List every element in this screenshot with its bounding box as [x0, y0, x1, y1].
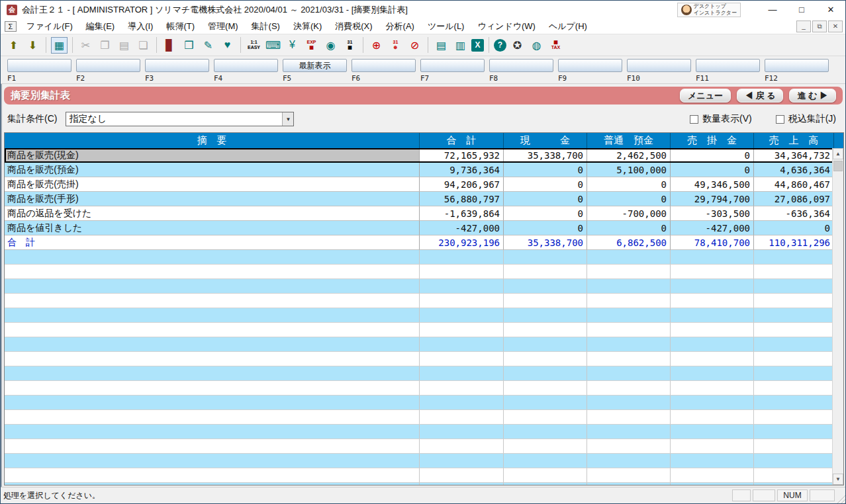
- calendar-31-icon[interactable]: 31 ▦: [342, 37, 358, 54]
- function-key-button-f5[interactable]: 最新表示: [283, 59, 347, 72]
- menu-button[interactable]: メニュー: [680, 89, 731, 103]
- function-key-button-f7[interactable]: [420, 59, 485, 72]
- tax-calculator-icon[interactable]: ▦ TAX: [547, 37, 564, 54]
- menu-item[interactable]: 帳簿(T): [160, 19, 201, 34]
- menu-item[interactable]: 導入(I): [121, 19, 160, 34]
- instructor-label: デスクトップ インストラクター: [694, 3, 737, 15]
- table-row[interactable]: 商品を販売(預金)9,736,36405,100,00004,636,364: [5, 163, 843, 177]
- yen-entry-icon[interactable]: ¥: [284, 37, 301, 54]
- instructor-help-icon[interactable]: ✪: [509, 37, 526, 54]
- empty-row: [5, 337, 843, 352]
- help-icon[interactable]: ?: [494, 39, 506, 52]
- cell-value: 35,338,700: [504, 148, 587, 163]
- column-header[interactable]: 摘 要: [5, 133, 420, 148]
- delete-slip-icon[interactable]: ⊘: [406, 37, 423, 54]
- function-key-slot: F2: [76, 59, 145, 83]
- function-key-button-f11[interactable]: [696, 59, 760, 72]
- maximize-button[interactable]: □: [787, 1, 816, 19]
- menu-item[interactable]: ツール(L): [421, 19, 471, 34]
- copy-icon[interactable]: ❐: [97, 37, 113, 54]
- empty-cell: [587, 454, 671, 468]
- function-key-button-f10[interactable]: [627, 59, 691, 72]
- vertical-scrollbar[interactable]: ▲ ▼: [832, 148, 843, 485]
- ledger-book-icon[interactable]: ▊: [162, 37, 178, 54]
- save-data-icon[interactable]: ⬇: [24, 37, 41, 54]
- favorite-icon[interactable]: ♥: [219, 37, 236, 54]
- function-key-button-f2[interactable]: [76, 59, 140, 72]
- menu-item[interactable]: 決算(K): [287, 19, 328, 34]
- tax-included-checkbox[interactable]: 税込集計(J): [776, 113, 836, 125]
- table-row[interactable]: 商品を値引きした-427,00000-427,0000: [5, 221, 843, 235]
- quantity-display-checkbox[interactable]: 数量表示(V): [690, 113, 752, 125]
- chevron-down-icon[interactable]: ▼: [282, 112, 293, 126]
- empty-row: [5, 366, 843, 381]
- minimize-button[interactable]: —: [758, 1, 787, 19]
- web-link-icon[interactable]: ◍: [528, 37, 545, 54]
- empty-cell: [5, 366, 420, 381]
- menu-item[interactable]: 編集(E): [79, 19, 121, 34]
- forward-button[interactable]: 進 む ▶: [789, 89, 836, 103]
- function-key-button-f6[interactable]: [352, 59, 416, 72]
- table-row[interactable]: 商品を販売(手形)56,880,7970029,794,70027,086,09…: [5, 192, 843, 206]
- mdi-minimize-button[interactable]: _: [796, 21, 811, 32]
- function-key-slot: F12: [765, 59, 833, 83]
- menu-item[interactable]: 集計(S): [245, 19, 287, 34]
- mdi-restore-button[interactable]: ⧉: [812, 21, 827, 32]
- table-row[interactable]: 合 計230,923,19635,338,7006,862,50078,410,…: [5, 235, 843, 250]
- table-row[interactable]: 商品を販売(現金)72,165,93235,338,7002,462,50003…: [5, 148, 843, 163]
- function-key-button-f4[interactable]: [214, 59, 278, 72]
- scroll-down-icon[interactable]: ▼: [833, 474, 843, 485]
- scrollbar-thumb[interactable]: [833, 161, 843, 171]
- function-key-label: F3: [145, 74, 214, 83]
- open-data-icon[interactable]: ⬆: [5, 37, 22, 54]
- empty-cell: [420, 352, 504, 366]
- function-key-button-f12[interactable]: [765, 59, 829, 72]
- back-button[interactable]: ◀ 戻 る: [737, 89, 784, 103]
- menu-item[interactable]: 分析(A): [379, 19, 421, 34]
- app-icon: 会: [7, 5, 17, 15]
- empty-row: [5, 294, 843, 308]
- menu-item[interactable]: 管理(M): [201, 19, 245, 34]
- journal-book-icon[interactable]: ❒: [181, 37, 197, 54]
- close-button[interactable]: ✕: [816, 1, 845, 19]
- empty-cell: [587, 308, 671, 323]
- menu-item[interactable]: ウィンドウ(W): [471, 19, 541, 34]
- paste-icon[interactable]: ❏: [135, 37, 152, 54]
- easy-entry-icon[interactable]: 1:1 EASY: [246, 37, 262, 54]
- menu-item[interactable]: 消費税(X): [328, 19, 379, 34]
- exp-table-icon[interactable]: EXP ▦: [303, 37, 320, 54]
- proxy-entry-icon[interactable]: ◉: [322, 37, 339, 54]
- cut-icon[interactable]: ✂: [77, 37, 94, 54]
- add-slip-icon[interactable]: ⊕: [368, 37, 385, 54]
- keyboard-entry-icon[interactable]: ⌨: [265, 37, 281, 54]
- row-label: 商品を販売(売掛): [5, 177, 420, 192]
- slip-entry-icon[interactable]: ✎: [200, 37, 216, 54]
- table-row[interactable]: 商品の返品を受けた-1,639,8640-700,000-303,500-636…: [5, 206, 843, 221]
- toolbar-separator: [72, 37, 73, 53]
- add-calendar-icon[interactable]: 31 ⊕: [387, 37, 404, 54]
- excel-export-icon[interactable]: X: [471, 39, 484, 52]
- function-key-button-f9[interactable]: [558, 59, 622, 72]
- empty-cell: [587, 279, 671, 294]
- mdi-document-icon[interactable]: Σ: [5, 21, 17, 32]
- column-header[interactable]: 普通 預金: [587, 133, 671, 148]
- menu-item[interactable]: ヘルプ(H): [542, 19, 594, 34]
- function-key-button-f8[interactable]: [489, 59, 553, 72]
- aggregate-condition-select[interactable]: 指定なし ▼: [66, 112, 294, 126]
- menu-item[interactable]: ファイル(F): [20, 19, 79, 34]
- column-header[interactable]: 現 金: [504, 133, 587, 148]
- report-print-icon[interactable]: ▤: [433, 37, 449, 54]
- empty-cell: [420, 294, 504, 308]
- table-row[interactable]: 商品を販売(売掛)94,206,9670049,346,50044,860,46…: [5, 177, 843, 192]
- summary-table-select-icon[interactable]: ▦: [51, 37, 68, 54]
- report-list-icon[interactable]: ▥: [452, 37, 469, 54]
- function-key-button-f3[interactable]: [145, 59, 209, 72]
- print-icon[interactable]: ▤: [116, 37, 132, 54]
- function-key-button-f1[interactable]: [7, 59, 71, 72]
- desktop-instructor-button[interactable]: デスクトップ インストラクター: [677, 3, 741, 17]
- mdi-close-button[interactable]: ✕: [828, 21, 843, 32]
- scroll-up-icon[interactable]: ▲: [833, 148, 843, 159]
- column-header[interactable]: 売 掛 金: [671, 133, 754, 148]
- column-header[interactable]: 合 計: [420, 133, 504, 148]
- column-header[interactable]: 売 上 高: [754, 133, 834, 148]
